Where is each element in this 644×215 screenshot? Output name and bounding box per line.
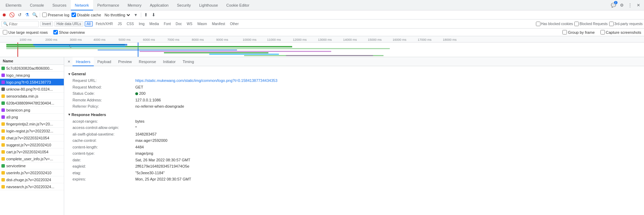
tab-elements[interactable]: Elements	[1, 0, 26, 10]
filter-icon[interactable]: ⚗	[24, 12, 30, 18]
show-overview-checkbox[interactable]	[53, 30, 58, 34]
blocked-requests-checkbox[interactable]	[574, 22, 579, 26]
list-item[interactable]: login-regist.js?v=2022032...	[0, 128, 64, 135]
tab-security[interactable]: Security	[173, 0, 195, 10]
filter-css[interactable]: CSS	[125, 22, 136, 26]
third-party-checkbox[interactable]	[609, 22, 614, 26]
list-item[interactable]: beianicon.png	[0, 107, 64, 114]
tab-lighthouse[interactable]: Lighthouse	[195, 0, 222, 10]
tab-bar: Elements Console Sources Network Perform…	[0, 0, 644, 10]
capture-screenshots-checkbox[interactable]	[600, 30, 605, 34]
list-item[interactable]: userinfo.js?v=2022032410	[0, 169, 64, 176]
list-item[interactable]: chat.js?v=202203241054	[0, 135, 64, 141]
list-item[interactable]: suggest.js?v=2022032410	[0, 141, 64, 148]
clear-button[interactable]: 🚫	[9, 12, 15, 18]
filter-font[interactable]: Font	[162, 22, 173, 26]
detail-tab-initiator[interactable]: Initiator	[160, 57, 179, 66]
list-item[interactable]: cart.js?v=202203241054	[0, 148, 64, 155]
tab-memory[interactable]: Memory	[123, 0, 146, 10]
list-item-active[interactable]: logo.png?t=0.1584138773	[0, 79, 64, 86]
detail-row-expires: expires: Mon, 25 Apr 2022 08:30:57 GMT	[68, 176, 640, 183]
has-blocked-checkbox[interactable]	[536, 22, 540, 26]
list-item[interactable]: a9.png	[0, 114, 64, 121]
req-icon	[1, 178, 5, 182]
settings-icon[interactable]: ⚙	[619, 2, 624, 8]
invert-button[interactable]: Invert	[40, 21, 53, 26]
fetch-button[interactable]: ↺	[17, 12, 22, 18]
detail-tab-headers[interactable]: Headers	[73, 57, 94, 66]
detail-row-accept-ranges: accept-ranges: bytes	[68, 118, 640, 125]
req-icon	[1, 74, 5, 77]
filter-ws[interactable]: WS	[185, 22, 194, 26]
more-icon[interactable]: ⋮	[627, 2, 633, 8]
close-detail-button[interactable]: ×	[66, 59, 73, 64]
timeline-bar-7	[139, 51, 331, 52]
req-icon	[1, 129, 5, 133]
timeline-chart[interactable]: ↘	[0, 43, 644, 57]
list-item[interactable]: dist-zhuge.js?v=20220324	[0, 176, 64, 183]
blocked-requests-label[interactable]: Blocked Requests	[574, 22, 608, 26]
tab-application[interactable]: Application	[146, 0, 173, 10]
tab-bar-right: 💬2 ⚙ ⋮ ✕	[611, 2, 644, 8]
detail-tab-timing[interactable]: Timing	[179, 57, 198, 66]
filter-input[interactable]	[9, 22, 37, 26]
detail-tab-preview[interactable]: Preview	[115, 57, 135, 66]
filter-wasm[interactable]: Wasm	[196, 22, 209, 26]
filter-fetch-xhr[interactable]: Fetch/XHR	[94, 22, 115, 26]
disable-cache-checkbox[interactable]	[71, 13, 76, 17]
detail-tabs: × Headers Payload Preview Response Initi…	[64, 57, 644, 66]
detail-row-remote-address: Remote Address: 127.0.0.1:1086	[68, 97, 640, 103]
list-item[interactable]: 5c7c82630820acf806000...	[0, 65, 64, 72]
list-item[interactable]: logo_new.png	[0, 72, 64, 79]
options-row: Use large request rows Show overview Gro…	[0, 29, 644, 36]
filter-doc[interactable]: Doc	[174, 22, 184, 26]
close-devtools-icon[interactable]: ✕	[636, 2, 641, 8]
filter-js[interactable]: JS	[116, 22, 124, 26]
tab-console[interactable]: Console	[26, 0, 48, 10]
capture-screenshots-label[interactable]: Capture screenshots	[600, 30, 642, 34]
req-icon	[1, 185, 5, 189]
divider1	[40, 13, 40, 17]
tab-sources[interactable]: Sources	[48, 0, 70, 10]
third-party-label[interactable]: 3rd-party requests	[609, 22, 643, 26]
detail-tab-response[interactable]: Response	[135, 57, 160, 66]
hide-data-urls-button[interactable]: Hide data URLs	[54, 21, 83, 26]
show-overview-label[interactable]: Show overview	[53, 30, 85, 34]
req-icon	[1, 115, 5, 119]
filter-img[interactable]: Img	[137, 22, 146, 26]
chat-icon[interactable]: 💬2	[611, 2, 616, 8]
export-icon[interactable]: ⬇	[151, 12, 157, 18]
disable-cache-label[interactable]: Disable cache	[71, 13, 101, 17]
preserve-log-checkbox[interactable]	[42, 13, 47, 17]
list-item[interactable]: complete_user_info.js?v=...	[0, 155, 64, 162]
list-item[interactable]: sensorsdata.min.js	[0, 93, 64, 100]
use-large-rows-label[interactable]: Use large request rows	[3, 30, 48, 34]
list-item[interactable]: unknow-80.png?t=0.0324...	[0, 86, 64, 93]
detail-row-content-length: content-length: 4484	[68, 144, 640, 151]
list-item[interactable]: navsearch.js?v=20220324...	[0, 183, 64, 190]
has-blocked-label[interactable]: Has blocked cookies	[536, 22, 573, 26]
search-icon[interactable]: 🔍	[32, 12, 38, 18]
tab-cookie-editor[interactable]: Cookie Editor	[222, 0, 253, 10]
list-item[interactable]: fingerprintjs2.min.js?v=20...	[0, 121, 64, 128]
use-large-rows-checkbox[interactable]	[3, 30, 7, 34]
preserve-log-label[interactable]: Preserve log	[42, 13, 69, 17]
throttle-down-icon[interactable]: ▾	[133, 12, 139, 18]
throttle-select[interactable]: No throttling Fast 3G Slow 3G Offline	[103, 13, 131, 17]
list-item[interactable]: 620b438809f4478f230404...	[0, 100, 64, 107]
timeline-area[interactable]: 1000 ms 2000 ms 3000 ms 4000 ms 5000 ms …	[0, 36, 644, 57]
list-item[interactable]: servicetime	[0, 162, 64, 169]
tab-bar-left: Elements Console Sources Network Perform…	[1, 0, 253, 10]
record-button[interactable]: ⏺	[1, 12, 7, 18]
group-by-frame-checkbox[interactable]	[562, 30, 567, 34]
tab-network[interactable]: Network	[71, 0, 93, 10]
all-filter-button[interactable]: All	[85, 21, 93, 26]
filter-manifest[interactable]: Manifest	[210, 22, 227, 26]
filter-media[interactable]: Media	[148, 22, 161, 26]
filter-other[interactable]: Other	[228, 22, 240, 26]
toolbar: ⏺ 🚫 ↺ ⚗ 🔍 Preserve log Disable cache No …	[0, 10, 644, 20]
group-by-frame-label[interactable]: Group by frame	[562, 30, 594, 34]
detail-tab-payload[interactable]: Payload	[94, 57, 115, 66]
tab-performance[interactable]: Performance	[93, 0, 123, 10]
import-icon[interactable]: ⬆	[143, 12, 149, 18]
